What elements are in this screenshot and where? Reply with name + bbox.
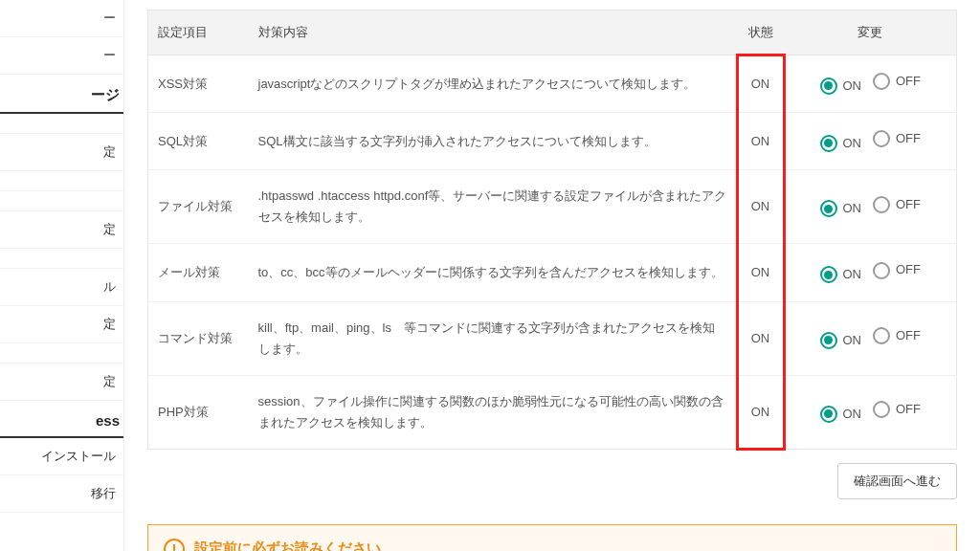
radio-on[interactable]: ON <box>820 76 862 97</box>
radio-on-label: ON <box>843 264 862 285</box>
th-change: 変更 <box>785 11 957 55</box>
sidebar-item[interactable] <box>0 191 123 211</box>
radio-icon <box>873 73 890 90</box>
cell-item: コマンド対策 <box>148 301 249 375</box>
sidebar-item[interactable]: 定 <box>0 134 123 171</box>
radio-off-label: OFF <box>896 399 921 420</box>
sidebar-item[interactable] <box>0 171 123 191</box>
th-item: 設定項目 <box>148 11 249 55</box>
settings-table-wrap: 設定項目 対策内容 状態 変更 XSS対策javascriptなどのスクリプトタ… <box>147 10 957 450</box>
alert-icon: ! <box>164 539 185 551</box>
radio-on-label: ON <box>843 76 862 97</box>
cell-item: SQL対策 <box>148 113 249 170</box>
sidebar-item[interactable]: 定 <box>0 364 123 401</box>
cell-desc: kill、ftp、mail、ping、ls 等コマンドに関連する文字列が含まれた… <box>249 301 737 375</box>
cell-state: ON <box>737 301 785 375</box>
notice-box: ! 設定前に必ずお読みください WAF設定では、有害な可能性のあるアクセスを検知… <box>147 524 957 551</box>
sidebar-item[interactable] <box>0 343 123 364</box>
cell-change: ONOFF <box>785 113 957 170</box>
cell-change: ONOFF <box>785 55 957 113</box>
radio-icon <box>820 406 837 423</box>
radio-on-label: ON <box>843 404 862 425</box>
cell-change: ONOFF <box>785 375 957 449</box>
cell-change: ONOFF <box>785 301 957 375</box>
notice-title: 設定前に必ずお読みください <box>194 540 381 551</box>
cell-state: ON <box>737 55 785 113</box>
cell-desc: SQL構文に該当する文字列が挿入されたアクセスについて検知します。 <box>249 113 737 170</box>
radio-off[interactable]: OFF <box>873 325 921 346</box>
sidebar-item[interactable]: 定 <box>0 211 123 249</box>
radio-icon <box>873 262 890 279</box>
radio-off-label: OFF <box>896 325 921 346</box>
cell-desc: to、cc、bcc等のメールヘッダーに関係する文字列を含んだアクセスを検知します… <box>249 244 737 301</box>
radio-off[interactable]: OFF <box>873 399 921 420</box>
radio-on[interactable]: ON <box>820 133 862 154</box>
sidebar-item[interactable]: ル <box>0 269 123 306</box>
main-content: 設定項目 対策内容 状態 変更 XSS対策javascriptなどのスクリプトタ… <box>124 0 980 551</box>
radio-on-label: ON <box>843 330 862 351</box>
radio-off[interactable]: OFF <box>873 194 921 215</box>
table-row: メール対策to、cc、bcc等のメールヘッダーに関係する文字列を含んだアクセスを… <box>148 244 957 301</box>
table-row: PHP対策session、ファイル操作に関連する関数のほか脆弱性元になる可能性の… <box>148 375 957 449</box>
radio-icon <box>873 327 890 344</box>
radio-off-label: OFF <box>896 128 921 149</box>
radio-off-label: OFF <box>896 259 921 280</box>
cell-state: ON <box>737 375 785 449</box>
th-desc: 対策内容 <box>249 11 737 55</box>
radio-off[interactable]: OFF <box>873 259 921 280</box>
radio-on[interactable]: ON <box>820 404 862 425</box>
cell-state: ON <box>737 170 785 244</box>
sidebar-item[interactable]: ー <box>0 0 123 37</box>
radio-off[interactable]: OFF <box>873 71 921 92</box>
settings-table: 設定項目 対策内容 状態 変更 XSS対策javascriptなどのスクリプトタ… <box>147 10 957 450</box>
cell-desc: .htpasswd .htaccess httpd.conf等、サーバーに関連す… <box>249 170 737 244</box>
cell-change: ONOFF <box>785 244 957 301</box>
table-row: ファイル対策.htpasswd .htaccess httpd.conf等、サー… <box>148 170 957 244</box>
radio-off[interactable]: OFF <box>873 128 921 149</box>
radio-on[interactable]: ON <box>820 330 862 351</box>
radio-icon <box>873 196 890 213</box>
radio-icon <box>873 130 890 147</box>
cell-item: ファイル対策 <box>148 170 249 244</box>
confirm-button[interactable]: 確認画面へ進む <box>837 463 957 499</box>
notice-heading: ! 設定前に必ずお読みください <box>164 539 941 551</box>
radio-icon <box>820 200 837 217</box>
cell-desc: session、ファイル操作に関連する関数のほか脆弱性元になる可能性の高い関数の… <box>249 375 737 449</box>
sidebar-item[interactable] <box>0 249 123 269</box>
sidebar: ー ー ージ 定 定 ル 定 定 ess インストール 移行 <box>0 0 124 551</box>
table-row: SQL対策SQL構文に該当する文字列が挿入されたアクセスについて検知します。ON… <box>148 113 957 170</box>
cell-change: ONOFF <box>785 170 957 244</box>
radio-on[interactable]: ON <box>820 264 862 285</box>
radio-on[interactable]: ON <box>820 198 862 219</box>
sidebar-heading: ージ <box>0 75 123 114</box>
th-state: 状態 <box>737 11 785 55</box>
radio-icon <box>873 401 890 418</box>
sidebar-item[interactable]: インストール <box>0 438 123 475</box>
cell-state: ON <box>737 113 785 170</box>
sidebar-heading: ess <box>0 401 123 438</box>
sidebar-item[interactable]: 移行 <box>0 475 123 513</box>
button-row: 確認画面へ進む <box>147 463 957 499</box>
sidebar-item[interactable]: 定 <box>0 306 123 343</box>
radio-icon <box>820 266 837 283</box>
cell-item: PHP対策 <box>148 375 249 449</box>
sidebar-item[interactable]: ー <box>0 37 123 75</box>
radio-off-label: OFF <box>896 194 921 215</box>
cell-state: ON <box>737 244 785 301</box>
cell-desc: javascriptなどのスクリプトタグが埋め込まれたアクセスについて検知します… <box>249 55 737 113</box>
cell-item: XSS対策 <box>148 55 249 113</box>
sidebar-item[interactable] <box>0 114 123 134</box>
radio-on-label: ON <box>843 133 862 154</box>
table-row: コマンド対策kill、ftp、mail、ping、ls 等コマンドに関連する文字… <box>148 301 957 375</box>
radio-icon <box>820 332 837 349</box>
radio-icon <box>820 77 837 95</box>
radio-icon <box>820 135 837 152</box>
radio-on-label: ON <box>843 198 862 219</box>
cell-item: メール対策 <box>148 244 249 301</box>
table-row: XSS対策javascriptなどのスクリプトタグが埋め込まれたアクセスについて… <box>148 55 957 113</box>
radio-off-label: OFF <box>896 71 921 92</box>
